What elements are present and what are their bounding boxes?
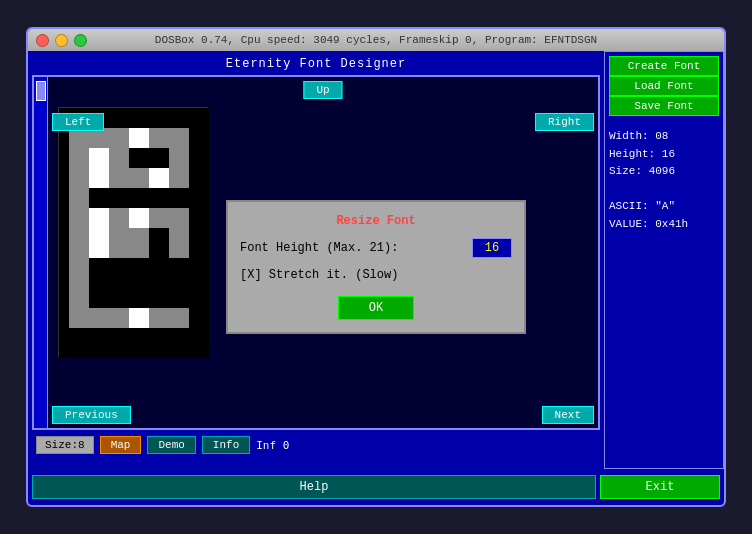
height-label: Font Height (Max. 21): (240, 241, 472, 255)
main-window: DOSBox 0.74, Cpu speed: 3049 cycles, Fra… (26, 27, 726, 507)
dialog-title: Resize Font (240, 214, 512, 228)
ok-button[interactable]: OK (338, 296, 414, 320)
resize-font-dialog: Resize Font Font Height (Max. 21): [X] S… (226, 200, 526, 334)
height-row: Font Height (Max. 21): (240, 238, 512, 258)
stretch-row: [X] Stretch it. (Slow) (240, 268, 512, 282)
dialog-overlay: Resize Font Font Height (Max. 21): [X] S… (28, 29, 724, 505)
height-input[interactable] (472, 238, 512, 258)
stretch-label: [X] Stretch it. (Slow) (240, 268, 398, 282)
